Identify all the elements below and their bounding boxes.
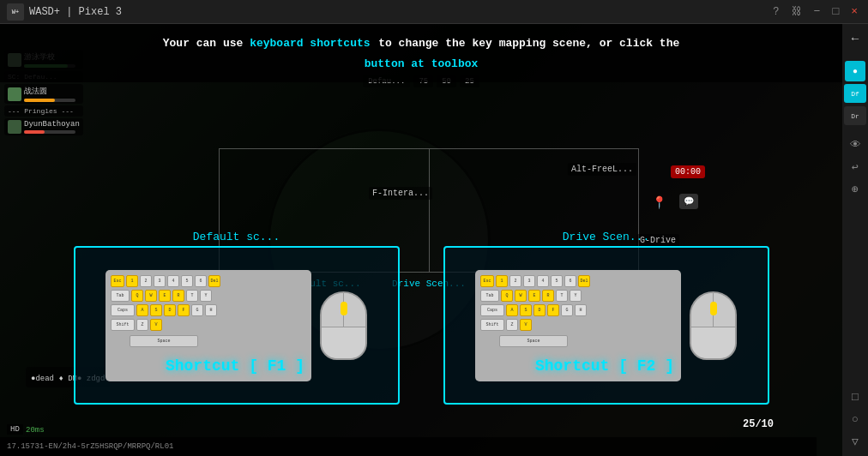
key-del: Del xyxy=(208,275,220,287)
key-d: D xyxy=(164,304,176,316)
key-h: H xyxy=(205,304,217,316)
player-name-2: 战法圆 xyxy=(24,86,75,97)
window-title: WASD+ | Pixel 3 xyxy=(29,6,769,18)
alt-freel-label: Alt-FreeL... xyxy=(568,163,636,176)
key-g-2: G xyxy=(561,304,573,316)
key-s: S xyxy=(150,304,162,316)
key-e: E xyxy=(159,290,171,302)
key-5-2: 5 xyxy=(551,275,563,287)
key-w: W xyxy=(145,290,157,302)
help-icon[interactable]: ? xyxy=(773,6,779,18)
key-t-2: T xyxy=(556,290,568,302)
scene-box-2[interactable]: Drive Scen... Esc 1 2 3 4 5 6 Del xyxy=(443,246,769,405)
f-intera-label: F-Intera... xyxy=(369,187,432,200)
key-shift: Shift xyxy=(111,319,135,331)
shortcut-label-1: Shortcut [ F1 ] xyxy=(166,357,304,375)
key-y-2: Y xyxy=(570,290,582,302)
player-card-4: DyunBathoyan xyxy=(4,118,83,135)
scene-label-1: Default sc... xyxy=(193,231,280,243)
titlebar-controls: ? ⛓ − □ × xyxy=(769,5,861,18)
maximize-icon[interactable]: □ xyxy=(832,5,839,18)
shortcut-label-2: Shortcut [ F2 ] xyxy=(535,357,674,375)
player-name-pringle: --- Pringles --- xyxy=(8,107,74,115)
add-icon[interactable]: ⊕ xyxy=(845,179,865,200)
keyboard-mouse-2: Esc 1 2 3 4 5 6 Del Tab Q W xyxy=(475,270,737,381)
window-icon[interactable]: □ xyxy=(845,387,865,407)
status-bar: 17.15731-EN/2h4-5rZ5HSRQP/MRRPQ/RL01 xyxy=(0,437,817,456)
key-f-2: F xyxy=(547,304,559,316)
key-t: T xyxy=(186,290,198,302)
toggle-icon[interactable]: ● xyxy=(845,61,865,81)
tab-df[interactable]: Df xyxy=(844,84,866,103)
chat-icon: 💬 xyxy=(679,194,698,209)
key-3: 3 xyxy=(154,275,166,287)
key-v-2: V xyxy=(520,319,532,331)
mouse-right-btn-1 xyxy=(344,293,365,327)
back-icon[interactable]: ← xyxy=(845,28,865,49)
mouse-bottom-2 xyxy=(691,327,735,358)
keyboard-mouse-1: Esc 1 2 3 4 5 6 Del Tab Q xyxy=(105,270,367,381)
avatar-4 xyxy=(8,120,21,134)
chevron-down-icon[interactable]: ▽ xyxy=(845,431,865,452)
eye-icon[interactable]: 👁 xyxy=(845,135,865,155)
keyboard-illustration-2: Esc 1 2 3 4 5 6 Del Tab Q W xyxy=(475,270,681,381)
main-container: Your can use keyboard shortcuts to chang… xyxy=(0,24,868,456)
key-tab-2: Tab xyxy=(480,290,499,302)
scene-container: Default sc... Esc 1 2 3 4 5 6 D xyxy=(0,246,842,405)
ammo-counter: 25/10 xyxy=(743,418,774,430)
key-f: F xyxy=(178,304,190,316)
keyboard-illustration-1: Esc 1 2 3 4 5 6 Del Tab Q xyxy=(105,270,311,381)
key-4-2: 4 xyxy=(537,275,549,287)
timer-badge: 00:00 xyxy=(671,165,705,178)
key-s-2: S xyxy=(520,304,532,316)
esc-key-2: Esc xyxy=(480,275,494,287)
circle-icon[interactable]: ○ xyxy=(845,409,865,429)
undo-icon[interactable]: ↩ xyxy=(845,157,865,177)
scene-label-2: Drive Scen... xyxy=(563,231,649,243)
key-w-2: W xyxy=(515,290,527,302)
tooltip-text-3: to change the key mapping scene, or clic… xyxy=(378,37,679,50)
key-3-2: 3 xyxy=(523,275,535,287)
key-a-2: A xyxy=(506,304,518,316)
key-a: A xyxy=(136,304,148,316)
key-tab: Tab xyxy=(111,290,130,302)
tooltip-text-4: button at toolbox xyxy=(365,57,479,70)
mouse-scroll-1 xyxy=(341,302,347,315)
key-q-2: Q xyxy=(501,290,513,302)
key-y: Y xyxy=(200,290,212,302)
key-space: Space xyxy=(130,335,198,347)
close-icon[interactable]: × xyxy=(851,5,858,18)
key-1: 1 xyxy=(126,275,138,287)
key-e-2: E xyxy=(528,290,540,302)
key-6-2: 6 xyxy=(564,275,576,287)
tooltip-text-1: Your can use xyxy=(163,37,250,50)
key-h-2: H xyxy=(575,304,587,316)
mouse-illustration-2 xyxy=(690,291,737,360)
minimize-icon[interactable]: − xyxy=(814,5,821,18)
scene-box-1[interactable]: Default sc... Esc 1 2 3 4 5 6 D xyxy=(74,246,400,405)
right-panel: ← ● Df Dr 👁 ↩ ⊕ □ ○ ▽ xyxy=(842,24,868,456)
mouse-right-btn-2 xyxy=(714,293,735,327)
key-del-2: Del xyxy=(578,275,590,287)
avatar-2 xyxy=(8,87,21,101)
tab-dr[interactable]: Dr xyxy=(844,106,866,125)
key-r-2: R xyxy=(542,290,554,302)
key-caps-2: Caps xyxy=(480,304,504,316)
key-z: Z xyxy=(136,319,148,331)
player-card-2: 战法圆 xyxy=(4,84,83,104)
key-z-2: Z xyxy=(506,319,518,331)
esc-key: Esc xyxy=(111,275,124,287)
tooltip-line2: button at toolbox xyxy=(17,53,825,74)
link-icon[interactable]: ⛓ xyxy=(792,5,802,18)
key-g: G xyxy=(191,304,203,316)
key-q: Q xyxy=(131,290,143,302)
fps-badge: 20ms xyxy=(26,426,45,435)
key-5: 5 xyxy=(181,275,193,287)
key-4: 4 xyxy=(167,275,179,287)
titlebar: W+ WASD+ | Pixel 3 ? ⛓ − □ × xyxy=(0,0,868,24)
tooltip-line1: Your can use keyboard shortcuts to chang… xyxy=(17,33,825,53)
key-2: 2 xyxy=(140,275,152,287)
hd-badge: HD xyxy=(7,424,23,435)
status-coords: 17.15731-EN/2h4-5rZ5HSRQP/MRRPQ/RL01 xyxy=(7,442,173,451)
app-logo: W+ xyxy=(7,3,24,21)
